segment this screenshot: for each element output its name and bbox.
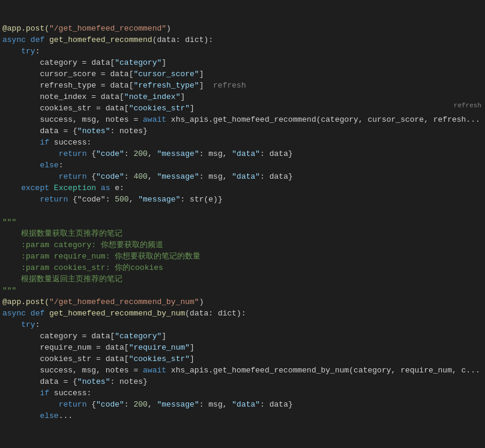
line-content: refresh_type = data["refresh_type"] refr… <box>0 80 485 91</box>
line: category = data["category"] <box>0 330 485 342</box>
line-content: else: <box>0 160 485 171</box>
line-content: try: <box>0 46 485 57</box>
code-lines: @app.post("/get_homefeed_recommend")asyn… <box>0 0 485 422</box>
line-content <box>0 205 485 217</box>
refresh-label: refresh <box>448 100 485 111</box>
line-content: cookies_str = data["cookies_str"] <box>0 353 485 365</box>
line-content: cookies_str = data["cookies_str"] <box>0 103 485 114</box>
line-content: @app.post("/get_homefeed_recommend_by_nu… <box>0 296 485 308</box>
line-content: data = {"notes": notes} <box>0 376 485 387</box>
line-content: """ <box>0 217 485 228</box>
line: try: <box>0 319 485 330</box>
line-content: """ <box>0 285 485 296</box>
line-content: cursor_score = data["cursor_score"] <box>0 68 485 80</box>
line-content: :param require_num: 你想要获取的笔记的数量 <box>0 251 485 262</box>
line: return {"code": 200, "message": msg, "da… <box>0 399 485 410</box>
line-content: note_index = data["note_index"] <box>0 91 485 103</box>
code-editor: @app.post("/get_homefeed_recommend")asyn… <box>0 0 485 448</box>
line: @app.post("/get_homefeed_recommend") <box>0 23 485 34</box>
line: :param require_num: 你想要获取的笔记的数量 <box>0 251 485 262</box>
line-content: success, msg, notes = await xhs_apis.get… <box>0 365 485 376</box>
line-content: if success: <box>0 137 485 148</box>
line-content: data = {"notes": notes} <box>0 125 485 137</box>
line: except Exception as e: <box>0 182 485 194</box>
line: """ <box>0 285 485 296</box>
line: data = {"notes": notes} <box>0 376 485 387</box>
line: """ <box>0 217 485 228</box>
line: else: <box>0 160 485 171</box>
line: else... <box>0 410 485 422</box>
line: async def get_homefeed_recommend(data: d… <box>0 34 485 46</box>
line: :param category: 你想要获取的频道 <box>0 239 485 251</box>
line-content: return {"code": 200, "message": msg, "da… <box>0 399 485 410</box>
line: refresh_type = data["refresh_type"] refr… <box>0 80 485 91</box>
line: try: <box>0 46 485 57</box>
line-content: try: <box>0 319 485 330</box>
line: data = {"notes": notes} <box>0 125 485 137</box>
line-content: @app.post("/get_homefeed_recommend") <box>0 23 485 34</box>
line: return {"code": 400, "message": msg, "da… <box>0 171 485 182</box>
line-content: except Exception as e: <box>0 182 485 194</box>
line-content: :param cookies_str: 你的cookies <box>0 262 485 273</box>
line: require_num = data["require_num"] <box>0 342 485 353</box>
line: cookies_str = data["cookies_str"] <box>0 353 485 365</box>
line: success, msg, notes = await xhs_apis.get… <box>0 114 485 125</box>
line-content: success, msg, notes = await xhs_apis.get… <box>0 114 485 125</box>
line-content: require_num = data["require_num"] <box>0 342 485 353</box>
line: :param cookies_str: 你的cookies <box>0 262 485 273</box>
line: category = data["category"] <box>0 57 485 68</box>
line: note_index = data["note_index"] <box>0 91 485 103</box>
line: async def get_homefeed_recommend_by_num(… <box>0 308 485 319</box>
line: 根据数量获取主页推荐的笔记 <box>0 228 485 239</box>
line-content: :param category: 你想要获取的频道 <box>0 239 485 251</box>
line-content: return {"code": 500, "message": str(e)} <box>0 194 485 205</box>
line: @app.post("/get_homefeed_recommend_by_nu… <box>0 296 485 308</box>
line: if success: <box>0 387 485 399</box>
line: success, msg, notes = await xhs_apis.get… <box>0 365 485 376</box>
line <box>0 205 485 217</box>
line-content: async def get_homefeed_recommend_by_num(… <box>0 308 485 319</box>
line: if success: <box>0 137 485 148</box>
line: return {"code": 500, "message": str(e)} <box>0 194 485 205</box>
line-content: else... <box>0 410 485 422</box>
line: 根据数量返回主页推荐的笔记 <box>0 273 485 285</box>
line: cookies_str = data["cookies_str"] <box>0 103 485 114</box>
line-content: category = data["category"] <box>0 57 485 68</box>
line-content: 根据数量获取主页推荐的笔记 <box>0 228 485 239</box>
line: cursor_score = data["cursor_score"] <box>0 68 485 80</box>
line: return {"code": 200, "message": msg, "da… <box>0 148 485 160</box>
line-content: if success: <box>0 387 485 399</box>
line-content: category = data["category"] <box>0 330 485 342</box>
line-content: 根据数量返回主页推荐的笔记 <box>0 273 485 285</box>
line-content: async def get_homefeed_recommend(data: d… <box>0 34 485 46</box>
line-content: return {"code": 400, "message": msg, "da… <box>0 171 485 182</box>
line-content: return {"code": 200, "message": msg, "da… <box>0 148 485 160</box>
